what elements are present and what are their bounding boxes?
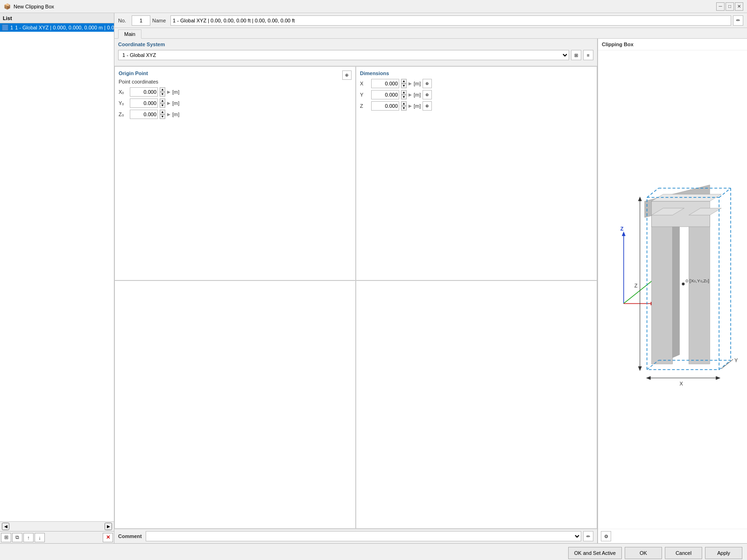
dimensions-title: Dimensions [360, 70, 593, 76]
comment-edit-button[interactable]: ✏ [583, 531, 593, 541]
dim-y-unit: [m] [414, 92, 421, 98]
form-area: Coordinate System 1 - Global XYZ ⊞ ≡ [114, 39, 598, 543]
svg-marker-26 [638, 196, 642, 201]
comment-select[interactable] [146, 531, 581, 541]
button-bar: OK and Set Active OK Cancel Apply [0, 543, 747, 560]
dim-x-up[interactable]: ▲ [401, 79, 407, 84]
origin-point-cell: Origin Point Point coordinates ⊕ X₀ ▲ ▼ [114, 66, 356, 280]
ok-button[interactable]: OK [625, 547, 662, 559]
origin-x-input[interactable] [130, 87, 158, 97]
origin-y-row: Y₀ ▲ ▼ ▶ [m] [119, 98, 352, 108]
clipping-box-title: Clipping Box [598, 39, 747, 50]
dim-z-up[interactable]: ▲ [401, 101, 407, 106]
title-bar: 📦 New Clipping Box ─ □ ✕ [0, 0, 747, 13]
duplicate-button[interactable]: ⧉ [12, 533, 22, 542]
dim-y-up[interactable]: ▲ [401, 90, 407, 95]
list-item-id: 1 [10, 25, 13, 30]
dim-y-icon[interactable]: ⊕ [423, 90, 432, 99]
dim-z-row: Z ▲ ▼ ▶ [m] ⊕ [360, 101, 593, 111]
tab-main[interactable]: Main [118, 29, 141, 39]
dim-y-input[interactable] [371, 90, 399, 99]
list-content: 1 1 - Global XYZ | 0.000, 0.000, 0.000 m… [0, 23, 114, 521]
svg-text:X: X [679, 381, 683, 386]
comment-label: Comment [118, 533, 144, 539]
dim-z-input[interactable] [371, 101, 399, 111]
list-item[interactable]: 1 1 - Global XYZ | 0.000, 0.000, 0.000 m… [0, 23, 114, 32]
coord-list-button[interactable]: ≡ [583, 50, 593, 60]
coordinate-system-row: 1 - Global XYZ ⊞ ≡ [118, 50, 593, 60]
preview-area: Clipping Box Z Y [598, 39, 747, 543]
cancel-button[interactable]: Cancel [665, 547, 702, 559]
move-down-button[interactable]: ↓ [35, 533, 45, 542]
dim-y-down[interactable]: ▼ [401, 95, 407, 99]
dim-x-input[interactable] [371, 79, 399, 88]
svg-marker-31 [716, 376, 720, 380]
preview-svg: Z Y X [598, 50, 747, 529]
origin-y-input[interactable] [130, 98, 158, 108]
svg-marker-1 [622, 231, 626, 236]
id-row: No. Name ✏ [114, 13, 747, 28]
no-label: No. [118, 18, 130, 23]
dim-z-icon[interactable]: ⊕ [423, 101, 432, 111]
name-input[interactable] [170, 15, 731, 26]
origin-x-up[interactable]: ▲ [160, 87, 165, 92]
pick-coordinates-button[interactable]: ⊕ [342, 70, 352, 80]
origin-z-up[interactable]: ▲ [160, 110, 165, 114]
origin-y-up[interactable]: ▲ [160, 98, 165, 103]
svg-text:0 [X₀,Y₀,Z₀]: 0 [X₀,Y₀,Z₀] [685, 278, 709, 283]
dim-x-icon[interactable]: ⊕ [423, 79, 432, 88]
origin-x-spinners: ▲ ▼ [160, 87, 165, 97]
dialog: List 1 1 - Global XYZ | 0.000, 0.000, 0.… [0, 13, 747, 560]
dim-x-spinners: ▲ ▼ [401, 79, 407, 88]
coord-table-button[interactable]: ⊞ [571, 50, 581, 60]
name-edit-button[interactable]: ✏ [733, 15, 743, 26]
list-header: List [0, 13, 114, 23]
dim-x-down[interactable]: ▼ [401, 84, 407, 88]
svg-marker-30 [646, 376, 651, 380]
dim-z-arrow: ▶ [409, 104, 412, 108]
svg-line-19 [719, 188, 731, 197]
move-up-button[interactable]: ↑ [23, 533, 34, 542]
apply-button[interactable]: Apply [705, 547, 742, 559]
svg-line-18 [647, 188, 659, 197]
origin-z-arrow: ▶ [167, 112, 170, 117]
dim-x-label: X [360, 81, 369, 86]
maximize-button[interactable]: □ [726, 2, 734, 11]
svg-line-33 [721, 359, 733, 369]
new-item-button[interactable]: ⊞ [1, 533, 11, 542]
content-area: Coordinate System 1 - Global XYZ ⊞ ≡ [114, 39, 747, 543]
ok-set-active-button[interactable]: OK and Set Active [568, 547, 622, 559]
origin-z-down[interactable]: ▼ [160, 114, 165, 119]
comment-area: Comment ✏ [114, 529, 597, 543]
dim-x-arrow: ▶ [409, 81, 412, 86]
app-icon: 📦 [4, 3, 11, 10]
origin-point-title: Origin Point [119, 70, 352, 76]
no-input[interactable] [132, 15, 150, 26]
preview-settings-button[interactable]: ⚙ [601, 531, 611, 541]
origin-y-down[interactable]: ▼ [160, 103, 165, 108]
dim-z-label: Z [360, 103, 369, 109]
dim-z-unit: [m] [414, 103, 421, 109]
dim-y-row: Y ▲ ▼ ▶ [m] ⊕ [360, 90, 593, 99]
dim-y-label: Y [360, 92, 369, 98]
origin-z-input[interactable] [130, 110, 158, 119]
scroll-left-button[interactable]: ◀ [2, 523, 9, 530]
origin-z-unit: [m] [172, 112, 179, 117]
delete-button[interactable]: ✕ [103, 533, 113, 542]
dim-y-arrow: ▶ [409, 92, 412, 97]
title-bar-left: 📦 New Clipping Box [4, 3, 54, 10]
preview-footer: ⚙ [598, 529, 747, 543]
coordinate-system-select[interactable]: 1 - Global XYZ [118, 50, 569, 60]
origin-x-down[interactable]: ▼ [160, 92, 165, 97]
dim-z-down[interactable]: ▼ [401, 106, 407, 111]
minimize-button[interactable]: ─ [716, 2, 725, 11]
close-button[interactable]: ✕ [735, 2, 743, 11]
point-coordinates-label: Point coordinates [119, 79, 352, 84]
dimensions-cell: Dimensions X ▲ ▼ ▶ [m] [356, 66, 597, 280]
dim-x-row: X ▲ ▼ ▶ [m] ⊕ [360, 79, 593, 88]
origin-x-arrow: ▶ [167, 90, 170, 94]
origin-y-label: Y₀ [119, 100, 128, 106]
origin-x-unit: [m] [172, 89, 179, 95]
scroll-right-button[interactable]: ▶ [105, 523, 112, 530]
list-footer: ⊞ ⧉ ↑ ↓ ✕ [0, 531, 114, 543]
